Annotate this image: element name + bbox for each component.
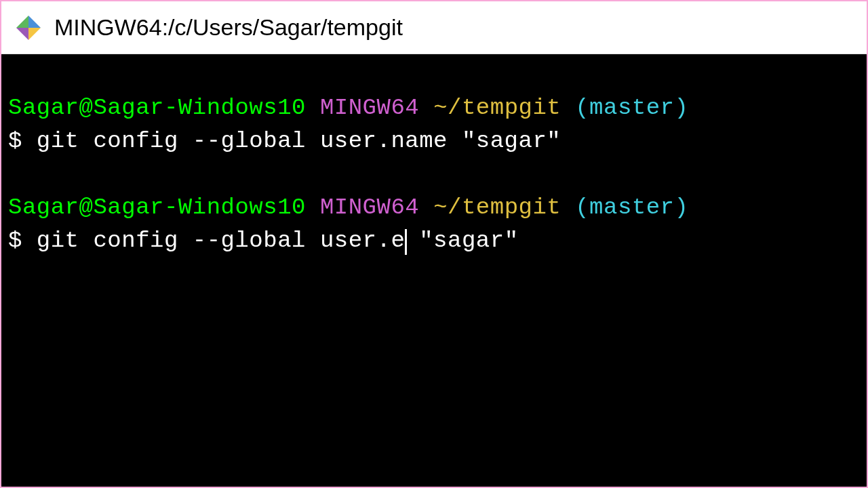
prompt-dollar: $ — [8, 128, 22, 154]
cwd-path: ~/tempgit — [433, 195, 561, 220]
command-line: $ git config --global user.name "sagar" — [8, 125, 860, 158]
svg-marker-4 — [16, 16, 28, 28]
git-bash-icon — [15, 14, 42, 41]
git-branch: (master) — [575, 95, 688, 121]
prompt-dollar: $ — [8, 228, 22, 253]
terminal-window: MINGW64:/c/Users/Sagar/tempgit Sagar@Sag… — [0, 0, 868, 488]
command-text-before: git config --global user.e — [37, 228, 406, 253]
prompt-line: Sagar@Sagar-Windows10 MINGW64 ~/tempgit … — [8, 191, 860, 224]
terminal-block: Sagar@Sagar-Windows10 MINGW64 ~/tempgit … — [8, 191, 860, 258]
window-title: MINGW64:/c/Users/Sagar/tempgit — [54, 14, 403, 41]
env-label: MINGW64 — [320, 195, 419, 220]
command-text: git config --global user.name "sagar" — [37, 128, 561, 154]
terminal-block: Sagar@Sagar-Windows10 MINGW64 ~/tempgit … — [8, 92, 860, 159]
user-host: Sagar@Sagar-Windows10 — [8, 195, 306, 220]
env-label: MINGW64 — [320, 95, 419, 121]
prompt-line: Sagar@Sagar-Windows10 MINGW64 ~/tempgit … — [8, 92, 860, 125]
command-line[interactable]: $ git config --global user.e "sagar" — [8, 224, 860, 258]
svg-marker-3 — [16, 28, 28, 40]
svg-marker-2 — [28, 28, 41, 40]
user-host: Sagar@Sagar-Windows10 — [8, 95, 306, 121]
command-text-after: "sagar" — [405, 228, 518, 253]
svg-marker-1 — [28, 16, 41, 28]
cwd-path: ~/tempgit — [433, 95, 561, 121]
titlebar[interactable]: MINGW64:/c/Users/Sagar/tempgit — [1, 1, 867, 54]
terminal-body[interactable]: Sagar@Sagar-Windows10 MINGW64 ~/tempgit … — [1, 54, 867, 487]
git-branch: (master) — [575, 195, 688, 220]
